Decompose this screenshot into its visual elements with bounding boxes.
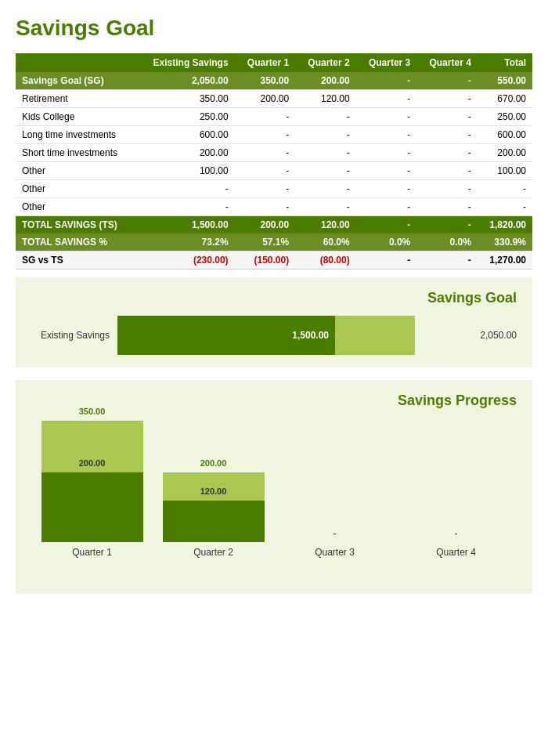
row-q3: - [356, 198, 417, 216]
pct-existing: 73.2% [136, 233, 234, 251]
row-q1: - [235, 144, 296, 162]
total-q3: - [356, 216, 417, 234]
row-q2: - [295, 180, 356, 198]
total-q2: 120.00 [295, 216, 356, 234]
row-q1: - [235, 198, 296, 216]
row-existing: - [136, 180, 234, 198]
savings-table: Existing Savings Quarter 1 Quarter 2 Qua… [16, 53, 532, 269]
row-existing: 100.00 [136, 162, 234, 180]
row-total: 200.00 [478, 144, 532, 162]
row-existing: 250.00 [136, 108, 234, 126]
savings-goal-row: Savings Goal (SG) 2,050.00 350.00 200.00… [16, 72, 532, 90]
total-q1: 200.00 [235, 216, 296, 234]
row-label: Other [16, 162, 136, 180]
hbar-label: Existing Savings [31, 330, 117, 341]
row-total: 250.00 [478, 108, 532, 126]
row-q2: - [295, 198, 356, 216]
col-header-total: Total [478, 53, 532, 72]
row-q3: - [356, 126, 417, 144]
row-q1: - [235, 126, 296, 144]
row-total: 100.00 [478, 162, 532, 180]
sgvsts-label: SG vs TS [16, 251, 136, 269]
savings-goal-chart-title: Savings Goal [31, 290, 517, 306]
bar-goal-value: 350.00 [41, 407, 143, 416]
row-existing: - [136, 198, 234, 216]
col-header-q2: Quarter 2 [295, 53, 356, 72]
sgvsts-q4: - [416, 251, 478, 269]
col-header-q4: Quarter 4 [416, 53, 478, 72]
table-row: Other 100.00 - - - - 100.00 [16, 162, 532, 180]
bar-no-data: - [455, 409, 458, 542]
bar-quarter-label: Quarter 2 [193, 547, 233, 558]
row-q4: - [416, 198, 478, 216]
row-label: Other [16, 180, 136, 198]
bar-actual-value: 200.00 [41, 458, 143, 468]
row-label: Long time investments [16, 126, 136, 144]
sg-q1: 350.00 [235, 72, 296, 90]
sg-q2: 200.00 [295, 72, 356, 90]
table-row: Long time investments 600.00 - - - - 600… [16, 126, 532, 144]
table-row: Kids College 250.00 - - - - 250.00 [16, 108, 532, 126]
pct-q3: 0.0% [356, 233, 417, 251]
row-q1: - [235, 162, 296, 180]
row-q1: 200.00 [235, 90, 296, 108]
bar-actual-bar: 200.00 [41, 472, 143, 542]
row-q1: - [235, 180, 296, 198]
hbar-chart: Existing Savings 1,500.00 2,050.00 [31, 316, 517, 355]
row-total: 670.00 [478, 90, 532, 108]
table-row: Short time investments 200.00 - - - - 20… [16, 144, 532, 162]
row-q3: - [356, 108, 417, 126]
total-q4: - [416, 216, 478, 234]
col-header-q1: Quarter 1 [235, 53, 296, 72]
row-label: Short time investments [16, 144, 136, 162]
sg-existing: 2,050.00 [136, 72, 234, 90]
hbar-total-label: 2,050.00 [472, 330, 517, 341]
bar-group: - Quarter 3 [284, 409, 386, 558]
row-label: Kids College [16, 108, 136, 126]
row-existing: 600.00 [136, 126, 234, 144]
hbar-filled-value: 1,500.00 [292, 330, 329, 341]
col-header-q3: Quarter 3 [356, 53, 417, 72]
row-existing: 200.00 [136, 144, 234, 162]
pct-q2: 60.0% [295, 233, 356, 251]
pct-label: TOTAL SAVINGS % [16, 233, 136, 251]
row-q2: 120.00 [295, 90, 356, 108]
bar-actual-value: 120.00 [163, 487, 265, 496]
row-q3: - [356, 90, 417, 108]
row-q1: - [235, 108, 296, 126]
sg-total: 550.00 [478, 72, 532, 90]
sgvsts-q3: - [356, 251, 417, 269]
sgvsts-existing: (230.00) [136, 251, 234, 269]
row-q2: - [295, 126, 356, 144]
bar-goal-value: 200.00 [163, 458, 265, 468]
row-total: - [478, 180, 532, 198]
row-q4: - [416, 90, 478, 108]
sg-q3: - [356, 72, 417, 90]
total-label: TOTAL SAVINGS (TS) [16, 216, 136, 234]
row-q2: - [295, 162, 356, 180]
row-q3: - [356, 162, 417, 180]
row-total: 600.00 [478, 126, 532, 144]
row-q2: - [295, 108, 356, 126]
bar-wrapper: 350.00 200.00 [41, 409, 143, 542]
hbar-track: 1,500.00 [117, 316, 472, 355]
table-row: Retirement 350.00 200.00 120.00 - - 670.… [16, 90, 532, 108]
sgvsts-q1: (150.00) [235, 251, 296, 269]
sg-label: Savings Goal (SG) [16, 72, 136, 90]
row-existing: 350.00 [136, 90, 234, 108]
row-q4: - [416, 126, 478, 144]
bar-quarter-label: Quarter 3 [315, 547, 355, 558]
row-label: Retirement [16, 90, 136, 108]
table-row: TOTAL SAVINGS (TS)1,500.00200.00120.00--… [16, 216, 532, 234]
pct-q4: 0.0% [416, 233, 478, 251]
table-header-row: Existing Savings Quarter 1 Quarter 2 Qua… [16, 53, 532, 72]
bar-quarter-label: Quarter 1 [72, 547, 112, 558]
col-header-label [16, 53, 136, 72]
table-row: TOTAL SAVINGS %73.2%57.1%60.0%0.0%0.0%33… [16, 233, 532, 251]
table-row: SG vs TS(230.00)(150.00)(80.00)--1,270.0… [16, 251, 532, 269]
col-header-existing: Existing Savings [136, 53, 234, 72]
row-q4: - [416, 108, 478, 126]
savings-progress-section: Savings Progress 350.00 200.00 Quarter 1… [16, 380, 532, 594]
pct-total: 330.9% [478, 233, 532, 251]
bar-wrapper: 200.00 120.00 [163, 409, 265, 542]
